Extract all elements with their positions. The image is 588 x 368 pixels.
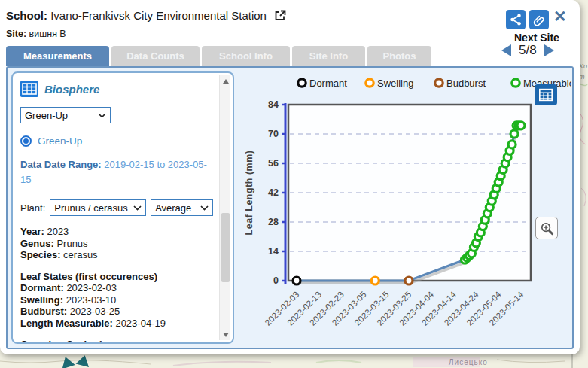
table-view-button[interactable] xyxy=(535,84,557,105)
date-range-label: Data Date Range: xyxy=(20,159,102,170)
plant-details: Year: 2023Genus: PrunusSpecies: cerasus xyxy=(20,226,213,261)
site-name: вишня B xyxy=(29,29,66,39)
detail-row-budburst: Budburst: 2023-03-25 xyxy=(20,306,213,318)
next-site-arrow-icon[interactable] xyxy=(544,44,554,56)
data-point-measurable xyxy=(510,130,518,138)
tab-site-info[interactable]: Site Info xyxy=(292,46,365,66)
school-label: School: xyxy=(6,9,47,22)
close-icon[interactable]: ✕ xyxy=(553,8,567,26)
site-pager: 5/8 xyxy=(501,43,554,58)
detail-row-species: Species: cerasus xyxy=(20,249,213,261)
page-indicator: 5/8 xyxy=(519,43,537,58)
share-button[interactable] xyxy=(506,10,526,29)
zoom-in-button[interactable] xyxy=(535,217,558,239)
section-title: Biosphere xyxy=(44,83,99,96)
site-dialog: School: Ivano-Frankivsk City Environment… xyxy=(0,0,580,354)
data-point-dormant xyxy=(293,277,300,284)
sidebar-scrollbar[interactable] xyxy=(219,75,230,340)
tab-bar: MeasurementsData CountsSchool InfoSite I… xyxy=(6,46,431,66)
scroll-up-icon[interactable] xyxy=(220,75,231,87)
tab-photos[interactable]: Photos xyxy=(367,46,431,66)
protocol-select[interactable]: Green-Up xyxy=(20,107,111,123)
plant-label: Plant: xyxy=(20,202,45,214)
y-tick-label: 28 xyxy=(268,217,279,227)
detail-row-genus: Genus: Prunus xyxy=(20,238,213,250)
external-link-icon[interactable] xyxy=(274,10,286,23)
scrollbar-thumb[interactable] xyxy=(221,213,230,282)
greenup-radio-label: Green-Up xyxy=(38,135,82,147)
detail-row-year: Year: 2023 xyxy=(20,226,213,238)
plant-select-value: Prunus / cerasus xyxy=(54,202,128,214)
permalink-button[interactable] xyxy=(529,10,549,29)
table-view-icon xyxy=(538,88,553,102)
site-title: Site: вишня B xyxy=(6,29,66,39)
detail-row-length-measurable: Length Measurable: 2023-04-19 xyxy=(20,318,213,330)
y-tick-label: 56 xyxy=(268,158,279,169)
svg-text:Budburst: Budburst xyxy=(446,78,486,89)
leaf-length-chart: DormantSwellingBudburstMeasurable0142842… xyxy=(236,71,571,348)
sidebar: Biosphere Green-Up Green-Up Data Date Ra… xyxy=(11,71,234,344)
map-town-label: Лисецько xyxy=(449,358,488,366)
detail-row-dormant: Dormant: 2023-02-03 xyxy=(20,282,213,294)
data-point-measurable xyxy=(508,141,516,148)
data-point-budburst xyxy=(405,277,413,284)
tab-school-info[interactable]: School Info xyxy=(202,46,290,66)
y-tick-label: 14 xyxy=(268,246,279,257)
svg-text:Swelling: Swelling xyxy=(377,78,413,89)
extra-details: Greening Cycle: 1Vegetation Type: tree xyxy=(20,339,213,344)
y-axis-title: Leaf Length (mm) xyxy=(244,151,254,236)
leaf-states-title: Leaf States (first occurences) xyxy=(20,271,213,283)
school-title: School: Ivano-Frankivsk City Environment… xyxy=(6,9,286,23)
next-site-label: Next Site xyxy=(514,32,559,44)
legend-item-budburst: Budburst xyxy=(435,78,486,89)
map-label-fragment: m xyxy=(579,73,585,81)
protocol-select-value: Green-Up xyxy=(25,110,68,121)
leaf-states-block: Leaf States (first occurences) Dormant: … xyxy=(20,271,213,330)
dropdown-chevron-icon xyxy=(98,113,106,118)
measurements-panel: Biosphere Green-Up Green-Up Data Date Ra… xyxy=(6,66,574,349)
detail-row-swelling: Swelling: 2023-03-10 xyxy=(20,294,213,306)
prev-site-arrow-icon[interactable] xyxy=(501,44,511,56)
svg-text:Dormant: Dormant xyxy=(309,78,347,89)
y-tick-label: 70 xyxy=(268,129,279,139)
plant-select[interactable]: Prunus / cerasus xyxy=(50,199,146,216)
y-tick-label: 84 xyxy=(268,99,279,110)
share-icon xyxy=(509,13,522,26)
zoom-in-icon xyxy=(540,221,554,236)
legend-item-swelling: Swelling xyxy=(366,78,414,89)
greenup-radio[interactable] xyxy=(20,135,32,147)
scroll-down-icon[interactable] xyxy=(220,329,231,340)
aggregation-select[interactable]: Average xyxy=(151,199,213,216)
tab-measurements[interactable]: Measurements xyxy=(6,46,109,66)
map-label-fragment: Ko xyxy=(579,62,587,70)
link-icon xyxy=(532,13,546,26)
y-tick-label: 42 xyxy=(268,187,279,198)
data-point-swelling xyxy=(371,277,379,284)
aggregation-select-value: Average xyxy=(155,202,191,214)
data-point-measurable xyxy=(517,122,525,129)
school-name: Ivano-Frankivsk City Environmental Stati… xyxy=(50,9,267,22)
tab-data-counts[interactable]: Data Counts xyxy=(111,46,200,66)
dropdown-chevron-icon xyxy=(200,205,209,211)
y-tick-label: 0 xyxy=(273,275,279,286)
detail-row-greening-cycle: Greening Cycle: 1 xyxy=(20,339,213,344)
biosphere-table-icon xyxy=(20,81,38,97)
legend-item-dormant: Dormant xyxy=(298,78,347,89)
site-label: Site: xyxy=(6,29,26,39)
data-date-range: Data Date Range: 2019-02-15 to 2023-05-1… xyxy=(20,157,209,187)
dropdown-chevron-icon xyxy=(133,205,142,211)
